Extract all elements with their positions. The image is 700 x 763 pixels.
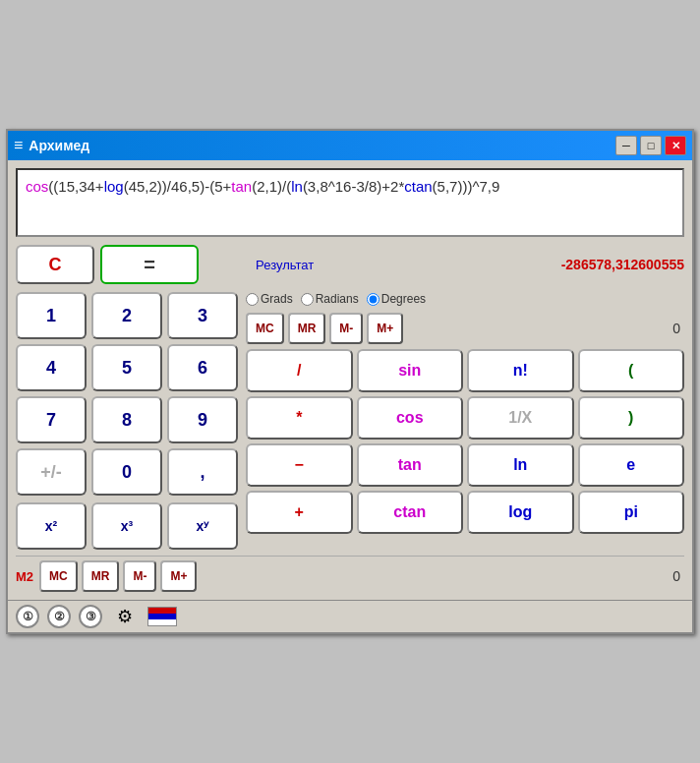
btn-close-paren[interactable]: ) (578, 396, 685, 440)
right-panel: Grads Radians Degrees MC MR M- M+ 0 (246, 292, 684, 550)
m2-value: 0 (201, 568, 684, 584)
numpad: 1 2 3 4 5 6 7 8 9 +/- 0 , (16, 292, 238, 550)
btn-subtract[interactable]: − (246, 443, 353, 487)
numpad-row-4: +/- 0 , (16, 448, 238, 496)
numpad-row-1: 1 2 3 (16, 292, 238, 339)
m2-label: M2 (16, 569, 33, 584)
numpad-row-2: 4 5 6 (16, 344, 238, 391)
btn-plus-minus[interactable]: +/- (16, 448, 87, 496)
btn-mplus[interactable]: M+ (367, 313, 403, 344)
btn-m2-mplus[interactable]: M+ (160, 560, 197, 592)
btn-reciprocal[interactable]: 1/X (467, 396, 574, 440)
memory-value: 0 (407, 321, 684, 336)
btn-divide[interactable]: / (246, 349, 353, 392)
btn-3[interactable]: 3 (167, 292, 238, 339)
btn-comma[interactable]: , (167, 448, 238, 496)
titlebar-buttons: ─ □ ✕ (615, 136, 686, 155)
power-row: x² x³ xʸ (16, 502, 238, 550)
btn-add[interactable]: + (246, 491, 353, 534)
calculator-window: ≡ Архимед ─ □ ✕ cos((15,34+log(45,2))/46… (6, 129, 694, 634)
btn-e[interactable]: e (578, 443, 685, 487)
btn-8[interactable]: 8 (91, 396, 162, 443)
result-value: -286578,312600555 (371, 257, 684, 272)
memory-row: MC MR M- M+ 0 (246, 313, 684, 344)
statusbar-circle-1[interactable]: ① (16, 605, 39, 628)
radio-degrees[interactable] (367, 293, 379, 306)
btn-m2-mc[interactable]: MC (39, 560, 78, 592)
btn-0[interactable]: 0 (91, 448, 162, 496)
btn-1[interactable]: 1 (16, 292, 87, 339)
m2-row: M2 MC MR M- M+ 0 (16, 556, 684, 592)
btn-tan[interactable]: tan (357, 443, 464, 487)
expr-cos-part: cos (26, 178, 48, 195)
btn-x3[interactable]: x³ (91, 502, 162, 550)
main-area: 1 2 3 4 5 6 7 8 9 +/- 0 , (16, 292, 684, 550)
btn-5[interactable]: 5 (91, 344, 162, 391)
btn-multiply[interactable]: * (246, 396, 353, 440)
numpad-row-3: 7 8 9 (16, 396, 238, 443)
btn-mminus[interactable]: M- (329, 313, 363, 344)
titlebar-title: Архимед (29, 138, 610, 153)
radio-radians[interactable] (301, 293, 314, 306)
radio-degrees-label[interactable]: Degrees (367, 292, 426, 306)
btn-6[interactable]: 6 (167, 344, 238, 391)
maximize-button[interactable]: □ (640, 136, 662, 155)
result-label: Результат (206, 258, 363, 272)
btn-9[interactable]: 9 (167, 396, 238, 443)
btn-7[interactable]: 7 (16, 396, 87, 443)
statusbar-circle-2[interactable]: ② (47, 605, 71, 628)
radio-grads[interactable] (246, 293, 259, 306)
btn-x2[interactable]: x² (16, 502, 87, 550)
btn-mc[interactable]: MC (246, 313, 284, 344)
calculator-body: cos((15,34+log(45,2))/46,5)-(5+tan(2,1)/… (8, 160, 692, 600)
btn-mr[interactable]: MR (288, 313, 326, 344)
btn-open-paren[interactable]: ( (578, 349, 685, 392)
expression-display: cos((15,34+log(45,2))/46,5)-(5+tan(2,1)/… (16, 168, 684, 237)
radio-grads-label[interactable]: Grads (246, 292, 293, 306)
radio-radians-label[interactable]: Radians (301, 292, 359, 306)
btn-log[interactable]: log (467, 491, 574, 534)
btn-factorial[interactable]: n! (467, 349, 574, 392)
btn-2[interactable]: 2 (91, 292, 162, 339)
btn-4[interactable]: 4 (16, 344, 87, 391)
btn-cos[interactable]: cos (357, 396, 464, 440)
statusbar-circle-3[interactable]: ③ (79, 605, 102, 628)
russian-flag-icon[interactable] (147, 607, 177, 626)
btn-xy[interactable]: xʸ (167, 502, 238, 550)
function-grid: / sin n! ( * cos 1/X ) − tan ln e + ctan… (246, 349, 684, 534)
btn-m2-mr[interactable]: MR (82, 560, 120, 592)
btn-sin[interactable]: sin (357, 349, 464, 392)
titlebar: ≡ Архимед ─ □ ✕ (8, 131, 692, 160)
close-button[interactable]: ✕ (665, 136, 686, 155)
result-row: C = Результат -286578,312600555 (16, 245, 684, 284)
btn-ln[interactable]: ln (467, 443, 574, 487)
btn-m2-mminus[interactable]: M- (123, 560, 156, 592)
clear-button[interactable]: C (16, 245, 94, 284)
titlebar-icon: ≡ (14, 137, 23, 154)
minimize-button[interactable]: ─ (615, 136, 637, 155)
radio-row: Grads Radians Degrees (246, 292, 684, 306)
gear-icon[interactable]: ⚙ (110, 605, 140, 628)
statusbar: ① ② ③ ⚙ (8, 600, 692, 632)
equals-button[interactable]: = (100, 245, 199, 284)
btn-pi[interactable]: pi (578, 491, 685, 534)
btn-ctan[interactable]: ctan (357, 491, 464, 534)
